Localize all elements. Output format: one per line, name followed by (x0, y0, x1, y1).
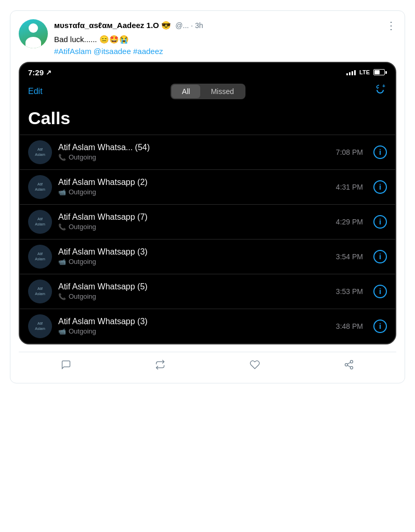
signal-bar-2 (349, 72, 351, 75)
call-info-4: Atif Aslam Whatsapp (3) 📹 Outgoing (58, 247, 330, 265)
status-left: 7:29 ↗ (28, 68, 51, 77)
call-type-1: 📞 Outgoing (58, 153, 330, 161)
time-display: 7:29 (28, 68, 44, 77)
tab-all[interactable]: All (172, 85, 201, 98)
signal-bar-4 (354, 70, 356, 75)
call-time-5: 3:53 PM (336, 287, 363, 296)
tab-missed[interactable]: Missed (200, 85, 244, 98)
call-name-2: Atif Aslam Whatsapp (2) (58, 178, 330, 187)
call-item-4: AtifAslam Atif Aslam Whatsapp (3) 📹 Outg… (20, 239, 395, 274)
location-icon: ↗ (46, 69, 51, 76)
svg-line-4 (347, 365, 351, 367)
call-name-3: Atif Aslam Whatsapp (7) (58, 212, 330, 222)
call-item-2: AtifAslam Atif Aslam Whatsapp (2) 📹 Outg… (20, 169, 395, 204)
call-info-3: Atif Aslam Whatsapp (7) 📞 Outgoing (58, 212, 330, 231)
username: мυѕтαfα_αѕℓαм_Aadeez 1.O 😎 (54, 21, 171, 30)
call-name-5: Atif Aslam Whatsapp (5) (58, 282, 330, 291)
call-type-3: 📞 Outgoing (58, 223, 330, 231)
call-item-3: AtifAslam Atif Aslam Whatsapp (7) 📞 Outg… (20, 204, 395, 239)
phone-icon-3: 📞 (58, 223, 66, 231)
contact-avatar-5: AtifAslam (28, 280, 52, 303)
video-icon-6: 📹 (58, 328, 66, 335)
battery-body (373, 69, 385, 75)
call-direction-6: Outgoing (69, 327, 96, 335)
call-time-2: 4:31 PM (336, 183, 363, 191)
call-name-4: Atif Aslam Whatsapp (3) (58, 247, 330, 257)
call-info-5: Atif Aslam Whatsapp (5) 📞 Outgoing (58, 282, 330, 300)
info-button-6[interactable]: i (373, 320, 387, 333)
contact-avatar-2: AtifAslam (28, 175, 52, 199)
status-icons: LTE (346, 69, 387, 75)
svg-point-1 (351, 360, 353, 363)
tweet-actions (19, 352, 396, 375)
svg-point-2 (345, 363, 348, 366)
call-name-1: Atif Aslam Whatsa... (54) (58, 143, 330, 152)
call-direction-3: Outgoing (69, 223, 96, 231)
info-button-2[interactable]: i (373, 180, 387, 194)
call-direction-2: Outgoing (69, 188, 96, 196)
svg-line-5 (347, 362, 351, 364)
call-item-5: AtifAslam Atif Aslam Whatsapp (5) 📞 Outg… (20, 274, 395, 309)
username-row: мυѕтαfα_αѕℓαм_Aadeez 1.O 😎 @... · 3h ⋮ (54, 19, 396, 32)
username-container: мυѕтαfα_αѕℓαм_Aadeez 1.O 😎 @... · 3h (54, 21, 203, 30)
calls-title: Calls (20, 104, 395, 135)
heart-icon (250, 360, 260, 373)
call-direction-5: Outgoing (69, 292, 96, 300)
tweet-text: Bad luck...... 😑🤩😭 (54, 34, 396, 46)
retweet-icon (155, 360, 165, 373)
more-button[interactable]: ⋮ (386, 19, 396, 32)
call-info-2: Atif Aslam Whatsapp (2) 📹 Outgoing (58, 178, 330, 196)
info-button-4[interactable]: i (373, 250, 387, 263)
phone-icon-5: 📞 (58, 293, 66, 300)
svg-text:+: + (382, 83, 385, 89)
tweet-header: мυѕтαfα_αѕℓαм_Aadeez 1.O 😎 @... · 3h ⋮ B… (19, 19, 396, 56)
call-type-2: 📹 Outgoing (58, 188, 330, 196)
info-button-5[interactable]: i (373, 285, 387, 298)
info-button-3[interactable]: i (373, 215, 387, 229)
contact-avatar-4: AtifAslam (28, 245, 52, 269)
call-type-4: 📹 Outgoing (58, 258, 330, 265)
call-info-6: Atif Aslam Whatsapp (3) 📹 Outgoing (58, 317, 330, 335)
call-time-4: 3:54 PM (336, 252, 363, 261)
call-time-1: 7:08 PM (336, 148, 363, 156)
video-icon-4: 📹 (58, 258, 66, 265)
handle-time: @... · 3h (175, 21, 203, 30)
signal-bar-1 (346, 73, 348, 75)
call-time-6: 3:48 PM (336, 322, 363, 330)
tweet-meta: мυѕтαfα_αѕℓαм_Aadeez 1.O 😎 @... · 3h ⋮ B… (54, 19, 396, 56)
contact-avatar-6: AtifAslam (28, 314, 52, 338)
edit-button[interactable]: Edit (28, 87, 43, 96)
contact-avatar-1: AtifAslam (28, 140, 52, 164)
call-type-5: 📞 Outgoing (58, 292, 330, 300)
filter-tabs: All Missed (171, 84, 245, 99)
call-name-6: Atif Aslam Whatsapp (3) (58, 317, 330, 326)
calls-filter-bar: Edit All Missed + (20, 79, 395, 104)
call-item-6: AtifAslam Atif Aslam Whatsapp (3) 📹 Outg… (20, 309, 395, 343)
contact-avatar-3: AtifAslam (28, 210, 52, 234)
comment-button[interactable] (55, 357, 77, 375)
battery-icon (373, 69, 387, 75)
call-time-3: 4:29 PM (336, 218, 363, 226)
battery-fill (374, 70, 380, 74)
call-list: AtifAslam Atif Aslam Whatsa... (54) 📞 Ou… (20, 135, 395, 343)
svg-point-3 (351, 366, 353, 369)
lte-label: LTE (359, 69, 370, 75)
call-direction-4: Outgoing (69, 258, 96, 265)
call-item-1: AtifAslam Atif Aslam Whatsa... (54) 📞 Ou… (20, 135, 395, 169)
call-direction-1: Outgoing (69, 153, 96, 161)
comment-icon (61, 360, 71, 373)
battery-tip (385, 71, 387, 74)
tweet-hashtags[interactable]: #AtifAslam @itsaadee #aadeez (54, 47, 396, 56)
call-info-1: Atif Aslam Whatsa... (54) 📞 Outgoing (58, 143, 330, 161)
add-call-button[interactable]: + (373, 83, 387, 100)
share-icon (344, 360, 354, 373)
like-button[interactable] (243, 357, 266, 375)
tweet-card: мυѕтαfα_αѕℓαм_Aadeez 1.O 😎 @... · 3h ⋮ B… (10, 10, 405, 383)
call-type-6: 📹 Outgoing (58, 327, 330, 335)
share-button[interactable] (338, 357, 360, 375)
status-bar: 7:29 ↗ LTE (20, 63, 395, 79)
info-button-1[interactable]: i (373, 145, 387, 159)
retweet-button[interactable] (149, 357, 172, 375)
avatar (19, 19, 48, 48)
phone-icon-1: 📞 (58, 154, 66, 161)
